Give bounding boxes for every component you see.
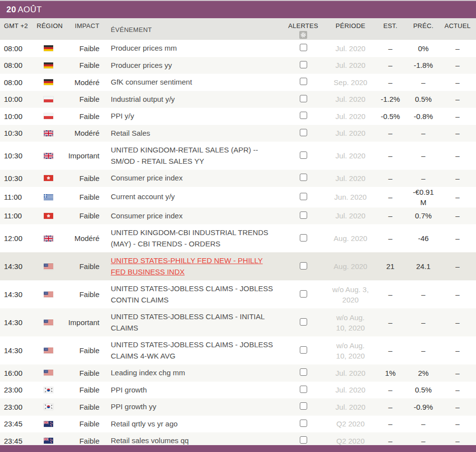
region-cell [31,45,66,51]
event-row[interactable]: 08:00 Modéré GfK consumer sentiment Sep.… [0,74,476,91]
impact-cell: Faible [66,262,103,271]
impact-cell: Faible [66,211,103,220]
impact-cell: Modéré [66,234,103,242]
alerts-cell [279,193,328,202]
alert-checkbox[interactable] [300,211,307,219]
alert-checkbox[interactable] [300,174,307,181]
period-cell: Jul. 2020 [328,400,373,414]
event-row[interactable]: 11:00 Faible Consumer price index Jul. 2… [0,208,476,225]
prev-cell: -1.8% [408,60,439,70]
event-row[interactable]: 14:30 Faible UNITED STATES-PHILLY FED NE… [0,252,476,280]
period-cell: Jul. 2020 [328,126,373,140]
event-row[interactable]: 23:45 Faible Retail qrtly vs yr ago Q2 2… [0,416,476,433]
alert-checkbox[interactable] [300,78,307,85]
alert-checkbox[interactable] [300,112,307,119]
flag-usa-icon [44,370,53,376]
alerts-cell [279,402,328,411]
event-row[interactable]: 12:00 Modéré UNITED KINGDOM-CBI INDUSTRI… [0,224,476,252]
event-row[interactable]: 14:30 Important UNITED STATES-JOBLESS CL… [0,308,476,336]
event-row[interactable]: 10:00 Faible Industrial output y/y Jul. … [0,91,476,108]
region-cell [31,292,66,298]
event-row[interactable]: 14:30 Faible UNITED STATES-JOBLESS CLAIM… [0,280,476,308]
alert-checkbox[interactable] [300,61,307,68]
est-cell: – [373,211,408,221]
impact-cell: Faible [66,95,103,103]
event-link[interactable]: UNITED STATES-PHILLY FED NEW - PHILLY FE… [103,252,279,280]
bottom-accent-bar [0,445,476,452]
region-cell [31,175,66,181]
region-cell [31,438,66,444]
event-row[interactable]: 10:30 Faible Consumer price index Jul. 2… [0,170,476,187]
alert-checkbox[interactable] [300,368,307,376]
period-cell: Jul. 2020 [328,171,373,185]
alert-checkbox[interactable] [300,386,307,393]
alert-checkbox[interactable] [300,420,307,427]
region-cell [31,62,66,68]
date-day: 20 [6,5,16,15]
flag-south-korea-icon [44,387,53,393]
actual-cell: – [439,60,476,70]
column-header-time: GMT +2 [0,22,31,30]
prev-cell: – [408,128,439,138]
actual-cell: – [439,289,476,300]
time-cell: 14:30 [0,318,31,327]
event-text: Industrial output y/y [103,91,279,108]
prev-cell: 24.1 [408,261,439,271]
period-cell: w/o Aug. 10, 2020 [328,338,373,363]
prev-cell: -€0.91 M [408,187,439,208]
time-cell: 12:00 [0,234,31,242]
impact-cell: Faible [66,290,103,299]
event-row[interactable]: 08:00 Faible Producer prices mm Jul. 202… [0,40,476,57]
event-row[interactable]: 10:00 Faible PPI y/y Jul. 2020 -0.5% -0.… [0,108,476,125]
alert-checkbox[interactable] [300,346,307,354]
alert-checkbox[interactable] [300,262,307,270]
est-cell: – [373,345,408,356]
region-cell [31,79,66,85]
event-row[interactable]: 14:30 Faible UNITED STATES-JOBLESS CLAIM… [0,336,476,364]
period-cell: Jul. 2020 [328,58,373,72]
period-cell: Jul. 2020 [328,366,373,380]
alert-checkbox[interactable] [300,318,307,326]
event-row[interactable]: 10:30 Modéré Retail Sales Jul. 2020 – – … [0,125,476,142]
period-cell: Jul. 2020 [328,109,373,123]
event-text: Producer prices mm [103,40,279,57]
alerts-cell [279,112,328,121]
alert-checkbox[interactable] [300,234,307,241]
event-text: UNITED KINGDOM-RETAIL SALES (APR) -- SM/… [103,142,279,170]
impact-cell: Faible [66,403,103,411]
time-cell: 10:30 [0,174,31,182]
event-row[interactable]: 16:00 Faible Leading index chg mm Jul. 2… [0,364,476,382]
flag-uk-icon [44,236,53,241]
prev-cell: 0.5% [408,94,439,104]
actual-cell: – [439,111,476,121]
event-row[interactable]: 23:00 Faible PPI growth yy Jul. 2020 – -… [0,398,476,416]
prev-cell: – [408,77,439,88]
alerts-cell [279,78,328,87]
actual-cell: – [439,211,476,221]
alert-checkbox[interactable] [300,436,307,444]
event-rows: 08:00 Faible Producer prices mm Jul. 202… [0,40,476,450]
alert-checkbox[interactable] [300,193,307,200]
gear-icon[interactable] [299,31,307,39]
event-row[interactable]: 10:30 Important UNITED KINGDOM-RETAIL SA… [0,142,476,170]
alert-checkbox[interactable] [300,290,307,298]
alert-checkbox[interactable] [300,44,307,51]
impact-cell: Faible [66,112,103,121]
impact-cell: Faible [66,174,103,182]
flag-usa-icon [44,292,53,298]
column-header-event: ÉVÉNEMENT [103,22,279,38]
alert-checkbox[interactable] [300,151,307,159]
est-cell: – [373,419,408,429]
event-row[interactable]: 23:00 Faible PPI growth Jul. 2020 – 0.5%… [0,382,476,399]
period-cell: Aug. 2020 [328,231,373,245]
alert-checkbox[interactable] [300,129,307,136]
time-cell: 10:30 [0,151,31,160]
alert-checkbox[interactable] [300,402,307,410]
impact-cell: Faible [66,420,103,428]
event-row[interactable]: 08:00 Faible Producer prices yy Jul. 202… [0,57,476,74]
event-row[interactable]: 11:00 Faible Current account y/y Jun. 20… [0,187,476,208]
impact-cell: Faible [66,369,103,377]
column-header-impact: IMPACT [66,22,103,30]
alert-checkbox[interactable] [300,95,307,102]
est-cell: -1.2% [373,94,408,104]
